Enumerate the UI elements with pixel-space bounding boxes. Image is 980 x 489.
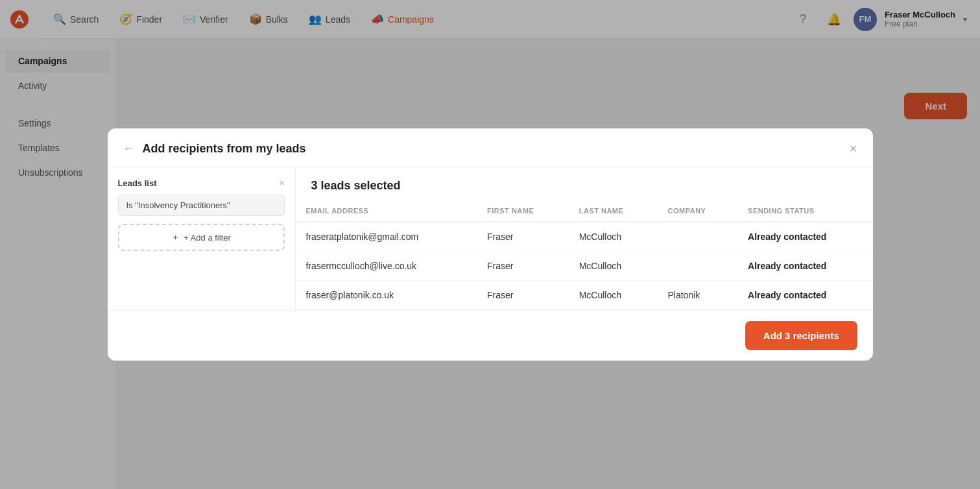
add-recipients-modal: ← Add recipients from my leads × Leads l… [108, 128, 873, 361]
table-body: fraseratplatonik@gmail.com Fraser McCull… [296, 222, 873, 310]
cell-company [658, 222, 738, 252]
modal-back-button[interactable]: ← [123, 142, 135, 156]
col-status: SENDING STATUS [737, 200, 872, 222]
cell-email: fraseratplatonik@gmail.com [296, 222, 477, 252]
col-lastname: LAST NAME [569, 200, 658, 222]
add-filter-label: + Add a filter [184, 233, 231, 243]
leads-table: EMAIL ADDRESS FIRST NAME LAST NAME COMPA… [296, 200, 873, 310]
cell-company [658, 252, 738, 281]
right-panel-header: 3 leads selected [296, 167, 873, 200]
modal-close-button[interactable]: × [850, 141, 857, 156]
filter-header: Leads list × [118, 178, 285, 188]
leads-selected-title: 3 leads selected [311, 179, 857, 193]
cell-firstname: Fraser [477, 222, 569, 252]
left-panel: Leads list × Is "Insolvency Practitioner… [108, 167, 296, 310]
col-firstname: FIRST NAME [477, 200, 569, 222]
cell-lastname: McCulloch [569, 281, 658, 310]
filter-remove-button[interactable]: × [279, 178, 284, 188]
filter-title: Leads list [118, 178, 157, 188]
table-row: fraseratplatonik@gmail.com Fraser McCull… [296, 222, 873, 252]
modal-body: Leads list × Is "Insolvency Practitioner… [108, 167, 873, 310]
filter-tag: Is "Insolvency Practitioners" [118, 195, 285, 216]
cell-status: Already contacted [737, 222, 872, 252]
cell-company: Platonik [658, 281, 738, 310]
table-row: fraser@platonik.co.uk Fraser McCulloch P… [296, 281, 873, 310]
modal-overlay: ← Add recipients from my leads × Leads l… [0, 0, 980, 489]
table-header: EMAIL ADDRESS FIRST NAME LAST NAME COMPA… [296, 200, 873, 222]
modal-header: ← Add recipients from my leads × [108, 128, 873, 167]
add-recipients-button[interactable]: Add 3 recipients [745, 321, 857, 350]
modal-title: Add recipients from my leads [143, 142, 842, 156]
col-email: EMAIL ADDRESS [296, 200, 477, 222]
plus-icon: ＋ [171, 232, 180, 243]
cell-email: frasermcculloch@live.co.uk [296, 252, 477, 281]
col-company: COMPANY [658, 200, 738, 222]
cell-firstname: Fraser [477, 252, 569, 281]
leads-table-container: EMAIL ADDRESS FIRST NAME LAST NAME COMPA… [296, 200, 873, 310]
modal-footer: Add 3 recipients [108, 310, 873, 361]
cell-lastname: McCulloch [569, 222, 658, 252]
cell-lastname: McCulloch [569, 252, 658, 281]
add-filter-button[interactable]: ＋ + Add a filter [118, 224, 285, 251]
cell-firstname: Fraser [477, 281, 569, 310]
table-row: frasermcculloch@live.co.uk Fraser McCull… [296, 252, 873, 281]
cell-email: fraser@platonik.co.uk [296, 281, 477, 310]
right-panel: 3 leads selected EMAIL ADDRESS FIRST NAM… [296, 167, 873, 310]
cell-status: Already contacted [737, 252, 872, 281]
cell-status: Already contacted [737, 281, 872, 310]
